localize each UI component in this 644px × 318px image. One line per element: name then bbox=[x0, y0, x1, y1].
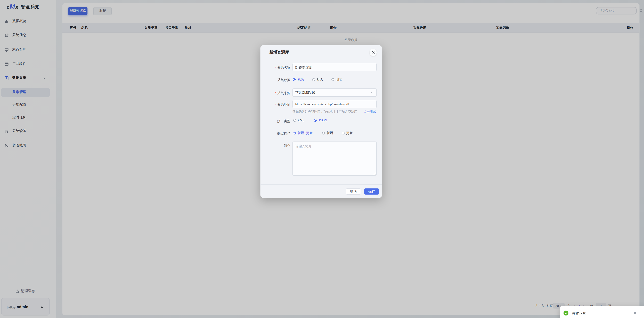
chevron-down-icon bbox=[371, 91, 374, 94]
radio-icon bbox=[293, 78, 296, 81]
address-input-wrap bbox=[292, 100, 377, 108]
field-label-intro: 简介 bbox=[260, 143, 290, 148]
name-input-wrap bbox=[292, 63, 377, 71]
app-root: cMs 管理系统 数据概览 系统信息 站点管理 工具软件 bbox=[0, 0, 644, 318]
source-select-value: 苹果CMSV10 bbox=[295, 90, 315, 95]
api-type-radio-group: XML JSON bbox=[260, 118, 382, 122]
dialog-footer-divider bbox=[260, 184, 382, 185]
radio-xml[interactable]: XML bbox=[293, 118, 304, 122]
radio-icon bbox=[322, 131, 325, 134]
dialog-title: 新增资源库 bbox=[270, 50, 289, 55]
add-resource-dialog: 新增资源库 *资源名称 采集数据 视频 影人 图文 *采集来源 苹果CMSV10… bbox=[260, 45, 382, 198]
address-input[interactable] bbox=[293, 102, 376, 106]
resize-handle[interactable] bbox=[373, 172, 376, 175]
radio-article[interactable]: 图文 bbox=[331, 77, 342, 82]
toast-close-icon[interactable] bbox=[632, 310, 637, 315]
test-connection-link[interactable]: 点击测试 bbox=[364, 110, 376, 114]
radio-icon bbox=[314, 119, 317, 122]
dialog-close-button[interactable] bbox=[370, 49, 377, 56]
radio-json[interactable]: JSON bbox=[314, 118, 327, 122]
radio-icon bbox=[293, 119, 296, 122]
source-select[interactable]: 苹果CMSV10 bbox=[292, 88, 377, 97]
radio-icon bbox=[293, 131, 296, 134]
radio-video[interactable]: 视频 bbox=[293, 77, 304, 82]
data-op-radio-group: 新增+更新 新增 更新 bbox=[260, 131, 382, 135]
field-label-source: *采集来源 bbox=[260, 91, 290, 95]
field-label-address: *资源地址 bbox=[260, 102, 290, 107]
radio-icon bbox=[342, 131, 344, 134]
cancel-button[interactable]: 取消 bbox=[346, 189, 361, 195]
radio-add[interactable]: 新增 bbox=[322, 131, 333, 135]
dialog-header-divider bbox=[260, 59, 382, 59]
intro-textarea-wrap bbox=[292, 141, 377, 176]
radio-actor[interactable]: 影人 bbox=[312, 77, 323, 82]
radio-add-update[interactable]: 新增+更新 bbox=[293, 131, 312, 135]
save-button[interactable]: 保存 bbox=[364, 189, 379, 195]
radio-icon bbox=[312, 78, 315, 81]
success-toast: 连接正常 bbox=[560, 306, 644, 318]
radio-update[interactable]: 更新 bbox=[342, 131, 352, 135]
collect-data-radio-group: 视频 影人 图文 bbox=[260, 77, 382, 81]
close-icon bbox=[372, 51, 375, 54]
name-input[interactable] bbox=[293, 65, 376, 69]
success-check-icon bbox=[564, 310, 568, 315]
radio-icon bbox=[331, 78, 334, 81]
intro-textarea[interactable] bbox=[293, 142, 376, 175]
toast-message: 连接正常 bbox=[572, 311, 586, 316]
field-label-name: *资源名称 bbox=[260, 65, 290, 70]
